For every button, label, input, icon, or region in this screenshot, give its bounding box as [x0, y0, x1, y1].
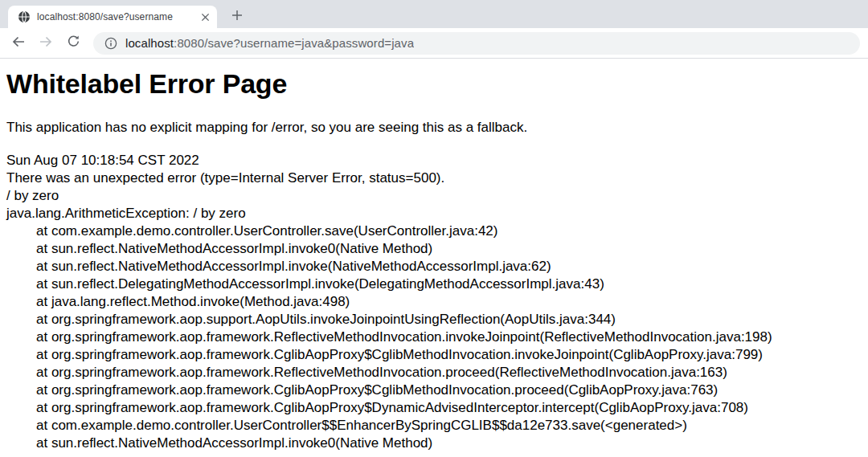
browser-tab[interactable]: localhost:8080/save?username [8, 6, 217, 28]
stack-trace-line: at org.springframework.aop.framework.Ref… [6, 328, 862, 346]
url-path: :8080/save?username=java&password=java [174, 36, 414, 50]
stack-trace-line: at org.springframework.aop.support.AopUt… [6, 311, 862, 328]
arrow-right-icon [39, 35, 53, 52]
globe-favicon-icon [18, 10, 31, 23]
forward-button[interactable] [34, 31, 58, 55]
stack-trace-line: at com.example.demo.controller.UserContr… [6, 222, 862, 240]
stack-trace-line: at sun.reflect.NativeMethodAccessorImpl.… [6, 435, 862, 452]
error-timestamp: Sun Aug 07 10:18:54 CST 2022 [6, 152, 862, 169]
tab-title-fade [175, 6, 196, 28]
error-detail: / by zero [6, 187, 862, 205]
address-bar[interactable]: localhost:8080/save?username=java&passwo… [93, 32, 860, 55]
url-host: localhost [125, 36, 174, 50]
stack-trace-line: at org.springframework.aop.framework.Cgl… [6, 346, 862, 364]
stack-trace-line: at sun.reflect.NativeMethodAccessorImpl.… [6, 240, 862, 258]
browser-window: localhost:8080/save?username [0, 0, 868, 456]
url-text: localhost:8080/save?username=java&passwo… [125, 36, 414, 50]
stack-trace-line: at java.lang.reflect.Method.invoke(Metho… [6, 293, 862, 311]
tab-strip: localhost:8080/save?username [0, 0, 868, 28]
reload-button[interactable] [61, 31, 85, 55]
new-tab-button[interactable] [227, 6, 248, 27]
site-info-icon[interactable] [104, 37, 117, 50]
browser-toolbar: localhost:8080/save?username=java&passwo… [0, 28, 868, 59]
stack-trace-line: at sun.reflect.NativeMethodAccessorImpl.… [6, 258, 862, 275]
stack-trace: at com.example.demo.controller.UserContr… [6, 222, 862, 452]
exception-class-line: java.lang.ArithmeticException: / by zero [6, 205, 862, 222]
reload-icon [67, 35, 80, 51]
stack-trace-line: at com.example.demo.controller.UserContr… [6, 417, 862, 435]
tab-close-icon[interactable] [198, 10, 212, 24]
stack-trace-line: at sun.reflect.DelegatingMethodAccessorI… [6, 275, 862, 293]
tab-title: localhost:8080/save?username [37, 11, 198, 22]
stack-trace-line: at org.springframework.aop.framework.Cgl… [6, 382, 862, 399]
stack-trace-line: at org.springframework.aop.framework.Ref… [6, 364, 862, 382]
page-content: Whitelabel Error Page This application h… [0, 59, 868, 456]
fallback-message: This application has no explicit mapping… [6, 119, 862, 137]
plus-icon [231, 10, 243, 24]
error-summary: There was an unexpected error (type=Inte… [6, 169, 862, 187]
error-block: Sun Aug 07 10:18:54 CST 2022 There was a… [6, 152, 862, 452]
page-title: Whitelabel Error Page [6, 68, 862, 100]
arrow-left-icon [11, 35, 26, 52]
back-button[interactable] [6, 31, 31, 55]
stack-trace-line: at org.springframework.aop.framework.Cgl… [6, 399, 862, 417]
